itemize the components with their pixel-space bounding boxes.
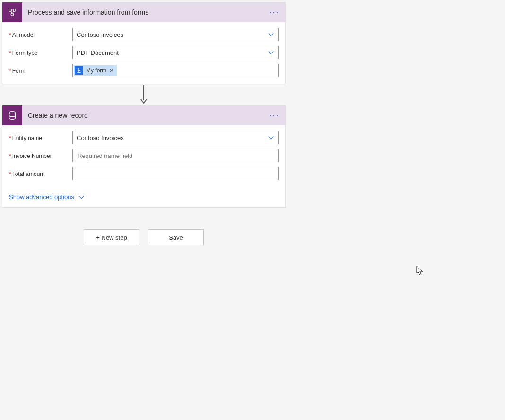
form-input[interactable]: My form ✕ (72, 64, 279, 77)
invoice-number-input[interactable] (72, 149, 279, 162)
svg-line-4 (13, 11, 14, 13)
form-token-label: My form (86, 67, 106, 74)
step-process-forms: Process and save information from forms … (2, 2, 286, 84)
form-type-label: *Form type (9, 49, 72, 56)
show-advanced-options-link[interactable]: Show advanced options (9, 193, 85, 201)
svg-point-8 (9, 112, 16, 114)
remove-token-icon[interactable]: ✕ (109, 67, 114, 74)
save-button[interactable]: Save (148, 229, 204, 245)
form-label: *Form (9, 67, 72, 74)
cds-icon (2, 105, 22, 125)
chevron-down-icon (268, 134, 274, 141)
entity-name-select[interactable]: Contoso Invoices (72, 131, 279, 144)
total-amount-input[interactable] (72, 167, 279, 180)
form-token[interactable]: My form ✕ (74, 65, 117, 76)
svg-rect-6 (77, 72, 81, 73)
flow-arrow (2, 84, 286, 105)
new-step-button[interactable]: + New step (84, 229, 139, 245)
chevron-down-icon (268, 31, 274, 38)
ai-builder-icon (2, 2, 22, 22)
step-menu-button[interactable]: ··· (267, 113, 285, 118)
ai-model-label: *AI model (9, 31, 72, 38)
step-header[interactable]: Process and save information from forms … (2, 2, 285, 22)
svg-point-2 (11, 13, 14, 16)
attachment-icon (75, 66, 83, 75)
step-create-record: Create a new record ··· *Entity name Con… (2, 105, 286, 208)
form-type-select[interactable]: PDF Document (72, 46, 279, 59)
entity-name-label: *Entity name (9, 134, 72, 141)
chevron-down-icon (268, 49, 274, 56)
total-amount-label: *Total amount (9, 170, 72, 177)
step-title: Process and save information from forms (22, 9, 267, 16)
step-title: Create a new record (22, 112, 267, 119)
ai-model-select[interactable]: Contoso invoices (72, 28, 279, 41)
chevron-down-icon (78, 194, 85, 201)
step-header[interactable]: Create a new record ··· (2, 105, 285, 125)
invoice-number-label: *Invoice Number (9, 152, 72, 159)
mouse-cursor-icon (416, 266, 425, 276)
step-menu-button[interactable]: ··· (267, 10, 285, 15)
svg-line-3 (11, 11, 12, 13)
